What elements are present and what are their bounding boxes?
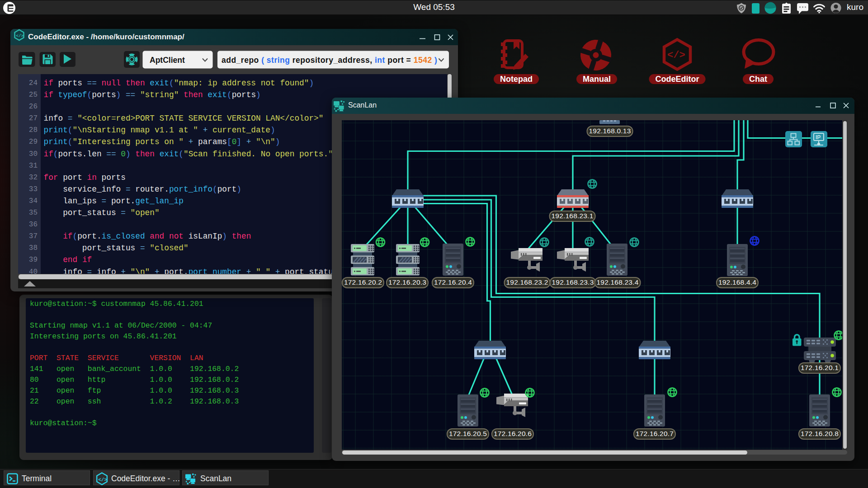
svg-text:IP: IP <box>816 134 821 141</box>
svg-text:</>: </> <box>98 477 107 483</box>
svg-text:AptClient: AptClient <box>150 56 185 65</box>
svg-text:</>: </> <box>16 33 24 38</box>
svg-text:</>: </> <box>667 50 685 61</box>
svg-text:add_repo ( string repository_a: add_repo ( string repository_address, in… <box>222 56 437 65</box>
